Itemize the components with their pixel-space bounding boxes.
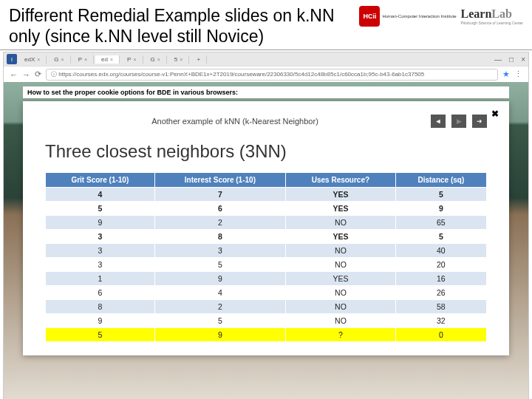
table-cell: 3 bbox=[154, 244, 285, 258]
prev-slide-button[interactable]: ◄ bbox=[431, 115, 446, 128]
table-row: 56YES9 bbox=[46, 202, 487, 216]
forward-button[interactable]: → bbox=[22, 70, 30, 79]
table-row: 95NO32 bbox=[46, 314, 487, 328]
table-cell: 5 bbox=[154, 258, 285, 272]
table-row: 64NO26 bbox=[46, 286, 487, 300]
table-row: 82NO58 bbox=[46, 300, 487, 314]
table-cell: 7 bbox=[154, 188, 285, 202]
new-tab-button[interactable]: + bbox=[191, 55, 207, 64]
tab-item[interactable]: G× bbox=[48, 55, 70, 64]
learnlab-subtitle: Pittsburgh Science of Learning Center bbox=[461, 21, 524, 25]
table-cell: 3 bbox=[46, 230, 155, 244]
table-cell: YES bbox=[286, 188, 396, 202]
table-cell: 40 bbox=[395, 244, 486, 258]
table-row: 33NO40 bbox=[46, 244, 487, 258]
page-content: How to set the proper cookie options for… bbox=[4, 82, 528, 399]
table-cell: ? bbox=[286, 328, 396, 342]
minimize-icon[interactable]: — bbox=[494, 55, 502, 64]
close-icon[interactable]: × bbox=[61, 57, 64, 62]
tab-item[interactable]: G× bbox=[145, 55, 167, 64]
hcii-logo-icon: HCii bbox=[359, 6, 380, 27]
table-cell: 9 bbox=[46, 314, 155, 328]
play-button[interactable]: ▶ bbox=[451, 115, 466, 128]
hcii-text: Human-Computer Interaction Institute bbox=[382, 14, 456, 18]
embed-header-title: Another example of kNN (k-Nearest Neighb… bbox=[45, 117, 425, 126]
table-row: 47YES5 bbox=[46, 188, 487, 202]
table-cell: 2 bbox=[154, 216, 285, 230]
table-cell: 5 bbox=[154, 314, 285, 328]
table-cell: 8 bbox=[46, 300, 155, 314]
table-cell: NO bbox=[286, 244, 396, 258]
tab-item[interactable]: 5× bbox=[168, 55, 190, 64]
close-icon[interactable]: × bbox=[110, 57, 113, 62]
window-controls: — □ × bbox=[494, 55, 525, 64]
column-header: Uses Resource? bbox=[286, 173, 396, 188]
table-cell: 2 bbox=[154, 300, 285, 314]
close-window-icon[interactable]: × bbox=[521, 55, 525, 64]
table-cell: 65 bbox=[395, 216, 486, 230]
slide-header: Different Remedial Example slides on k.N… bbox=[0, 0, 532, 50]
table-row: 59?0 bbox=[46, 328, 487, 342]
tab-item[interactable]: ed× bbox=[95, 55, 120, 64]
table-cell: 9 bbox=[154, 328, 285, 342]
bookmark-icon[interactable]: ★ bbox=[502, 69, 510, 79]
table-cell: 6 bbox=[46, 286, 155, 300]
table-row: 38YES5 bbox=[46, 230, 487, 244]
table-cell: 6 bbox=[154, 202, 285, 216]
browser-window: I edX× G× P× ed× P× G× 5× + — □ × ← → ⟳ … bbox=[3, 52, 529, 399]
tab-item[interactable]: P× bbox=[121, 55, 143, 64]
table-cell: 20 bbox=[395, 258, 486, 272]
logos: HCii Human-Computer Interaction Institut… bbox=[359, 6, 523, 27]
back-button[interactable]: ← bbox=[10, 70, 18, 79]
table-cell: 32 bbox=[395, 314, 486, 328]
table-cell: YES bbox=[286, 202, 396, 216]
table-cell: NO bbox=[286, 300, 396, 314]
column-header: Distance (sq) bbox=[395, 173, 486, 188]
table-cell: 4 bbox=[46, 188, 155, 202]
table-cell: 16 bbox=[395, 272, 486, 286]
table-cell: NO bbox=[286, 216, 396, 230]
table-row: 19YES16 bbox=[46, 272, 487, 286]
tab-item[interactable]: P× bbox=[72, 55, 94, 64]
tab-item[interactable]: edX× bbox=[18, 55, 47, 64]
table-cell: 8 bbox=[154, 230, 285, 244]
close-icon[interactable]: × bbox=[133, 57, 136, 62]
table-cell: 5 bbox=[46, 328, 155, 342]
browser-nav: ← → ⟳ https://courses.edx.org/courses/co… bbox=[4, 66, 528, 82]
knn-data-table: Grit Score (1-10)Interest Score (1-10)Us… bbox=[45, 172, 487, 342]
close-embed-button[interactable]: ✖ bbox=[491, 109, 499, 119]
table-cell: 9 bbox=[46, 216, 155, 230]
table-row: 35NO20 bbox=[46, 258, 487, 272]
next-slide-button[interactable]: ➜ bbox=[472, 115, 487, 128]
close-icon[interactable]: × bbox=[84, 57, 87, 62]
table-cell: 58 bbox=[395, 300, 486, 314]
table-cell: 9 bbox=[395, 202, 486, 216]
maximize-icon[interactable]: □ bbox=[509, 55, 514, 64]
cookie-instructions: How to set the proper cookie options for… bbox=[23, 86, 509, 98]
column-header: Interest Score (1-10) bbox=[154, 173, 285, 188]
table-cell: 3 bbox=[46, 244, 155, 258]
table-cell: 5 bbox=[46, 202, 155, 216]
embed-header-bar: Another example of kNN (k-Nearest Neighb… bbox=[45, 115, 487, 128]
table-cell: 4 bbox=[154, 286, 285, 300]
url-input[interactable]: https://courses.edx.org/courses/course-v… bbox=[46, 69, 498, 81]
learnlab-logo: LearnLab bbox=[461, 7, 524, 21]
close-icon[interactable]: × bbox=[37, 57, 40, 62]
reload-button[interactable]: ⟳ bbox=[35, 69, 41, 79]
inner-slide-title: Three closest neighbors (3NN) bbox=[45, 141, 487, 162]
browser-app-icon: I bbox=[7, 54, 17, 64]
table-cell: NO bbox=[286, 258, 396, 272]
table-cell: 26 bbox=[395, 286, 486, 300]
table-cell: 5 bbox=[395, 188, 486, 202]
menu-icon[interactable]: ⋮ bbox=[514, 69, 522, 79]
browser-tabs: I edX× G× P× ed× P× G× 5× + — □ × bbox=[4, 52, 528, 66]
column-header: Grit Score (1-10) bbox=[46, 173, 155, 188]
table-cell: 3 bbox=[46, 258, 155, 272]
close-icon[interactable]: × bbox=[157, 57, 160, 62]
table-cell: 0 bbox=[395, 328, 486, 342]
table-cell: 1 bbox=[46, 272, 155, 286]
table-cell: 5 bbox=[395, 230, 486, 244]
close-icon[interactable]: × bbox=[180, 57, 183, 62]
table-cell: YES bbox=[286, 272, 396, 286]
table-cell: NO bbox=[286, 314, 396, 328]
